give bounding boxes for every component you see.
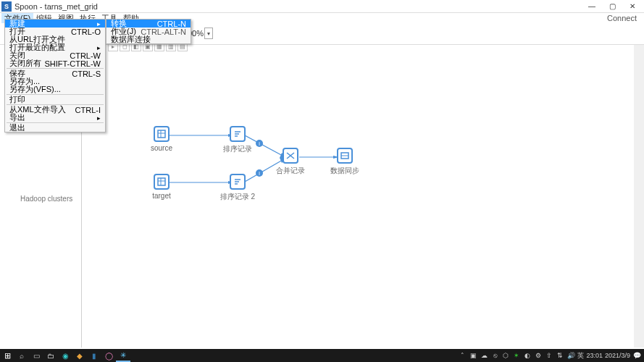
distribute-badge: i bbox=[256, 140, 263, 147]
menuitem-save-vfs[interactable]: 另存为(VFS)... bbox=[5, 85, 105, 93]
svg-rect-13 bbox=[158, 178, 165, 185]
titlebar: S Spoon - tarns_met_grid — ▢ ✕ bbox=[0, 0, 644, 13]
menuitem-exit[interactable]: 退出 bbox=[5, 124, 105, 132]
tray-icon[interactable]: ▣ bbox=[469, 352, 477, 359]
tray-lang[interactable]: 英 bbox=[577, 351, 584, 361]
windows-taskbar: ⊞ ⌕ ▭ 🗀 ◉ ◆ ▮ ◯ ✳ ˄ ▣ ☁ ⎋ ⬡ ✶ ◐ ⚙ ⇧ ⇅ 🔊 … bbox=[0, 349, 644, 362]
submenu-arrow-icon: ▸ bbox=[97, 44, 101, 51]
step-label: source bbox=[151, 144, 172, 152]
step-label: 排序记录 2 bbox=[220, 192, 255, 202]
file-explorer-icon[interactable]: 🗀 bbox=[43, 349, 58, 362]
tray-icon[interactable]: ◐ bbox=[523, 352, 532, 359]
tray-icon[interactable]: ⎋ bbox=[490, 352, 499, 359]
distribute-badge: i bbox=[256, 169, 263, 177]
window-title: Spoon - tarns_met_grid bbox=[14, 2, 98, 11]
new-submenu: 转换CTRL-N 作业(J)CTRL-ALT-N 数据库连接 bbox=[106, 19, 191, 44]
maximize-button[interactable]: ▢ bbox=[602, 1, 622, 12]
merge-icon bbox=[285, 151, 296, 161]
tray-volume-icon[interactable]: 🔊 bbox=[566, 352, 575, 359]
sort-icon bbox=[233, 177, 243, 187]
step-sort2[interactable]: 排序记录 2 bbox=[219, 174, 256, 202]
table-input-icon bbox=[156, 177, 167, 187]
step-label: 排序记录 bbox=[223, 144, 252, 154]
tray-network-icon[interactable]: ⇅ bbox=[556, 352, 564, 359]
svg-rect-10 bbox=[158, 130, 165, 138]
app-icon[interactable]: ◯ bbox=[101, 349, 116, 362]
search-icon[interactable]: ⌕ bbox=[14, 349, 29, 362]
tray-upload-icon[interactable]: ⇧ bbox=[545, 352, 553, 359]
tree-item-hadoop[interactable]: Hadoop clusters bbox=[20, 195, 72, 203]
canvas[interactable]: i i source target 排序记录 排序记录 2 合并记录 bbox=[82, 45, 644, 348]
menuitem-close-all[interactable]: 关闭所有SHIFT-CTRL-W bbox=[5, 59, 105, 67]
tray-wechat-icon[interactable]: ✶ bbox=[512, 352, 521, 359]
tray-icon[interactable]: ☁ bbox=[480, 352, 488, 359]
step-sync[interactable]: 数据同步 bbox=[327, 148, 363, 176]
app-icon[interactable]: ▮ bbox=[87, 349, 101, 362]
edge-icon[interactable]: ◉ bbox=[58, 349, 72, 362]
minimize-button[interactable]: — bbox=[582, 1, 602, 12]
menuitem-print[interactable]: 打印 bbox=[5, 96, 105, 104]
menuitem-export[interactable]: 导出▸ bbox=[5, 114, 105, 122]
sync-icon bbox=[340, 151, 350, 161]
vscrollbar[interactable] bbox=[634, 45, 644, 348]
app-icon[interactable]: ◆ bbox=[72, 349, 87, 362]
submenu-arrow-icon: ▸ bbox=[97, 114, 101, 122]
tray-date[interactable]: 2021/3/9 bbox=[605, 352, 630, 359]
tray-time[interactable]: 23:01 bbox=[586, 352, 603, 359]
app-icon: S bbox=[1, 1, 12, 12]
step-merge[interactable]: 合并记录 bbox=[272, 148, 309, 176]
tray-icon[interactable]: ⬡ bbox=[501, 352, 510, 359]
tray-notifications-icon[interactable]: 💬 bbox=[632, 352, 641, 359]
close-button[interactable]: ✕ bbox=[622, 1, 643, 12]
step-target[interactable]: target bbox=[143, 174, 180, 200]
tray-icon[interactable]: ⚙ bbox=[534, 352, 543, 359]
start-button[interactable]: ⊞ bbox=[0, 349, 14, 362]
tray-chevron-icon[interactable]: ˄ bbox=[458, 352, 467, 359]
step-sort1[interactable]: 排序记录 bbox=[219, 126, 256, 154]
step-label: target bbox=[152, 192, 171, 200]
system-tray: ˄ ▣ ☁ ⎋ ⬡ ✶ ◐ ⚙ ⇧ ⇅ 🔊 英 23:01 2021/3/9 💬 bbox=[455, 351, 644, 361]
step-label: 合并记录 bbox=[276, 166, 305, 176]
spoon-taskbar-icon[interactable]: ✳ bbox=[116, 349, 130, 362]
menuitem-new-dbconn[interactable]: 数据库连接 bbox=[106, 35, 191, 43]
file-dropdown: 新建 ▸ 打开CTRL-O 从URL打开文件 打开最近的配置▸ 关闭CTRL-W… bbox=[4, 19, 106, 132]
sort-icon bbox=[233, 129, 243, 139]
task-view-icon[interactable]: ▭ bbox=[29, 349, 43, 362]
table-input-icon bbox=[156, 129, 167, 139]
step-label: 数据同步 bbox=[330, 166, 359, 176]
submenu-arrow-icon: ▸ bbox=[97, 20, 101, 28]
step-source[interactable]: source bbox=[143, 126, 180, 152]
zoom-dropdown-icon[interactable]: ▾ bbox=[204, 28, 213, 39]
connect-button[interactable]: Connect bbox=[601, 14, 643, 22]
